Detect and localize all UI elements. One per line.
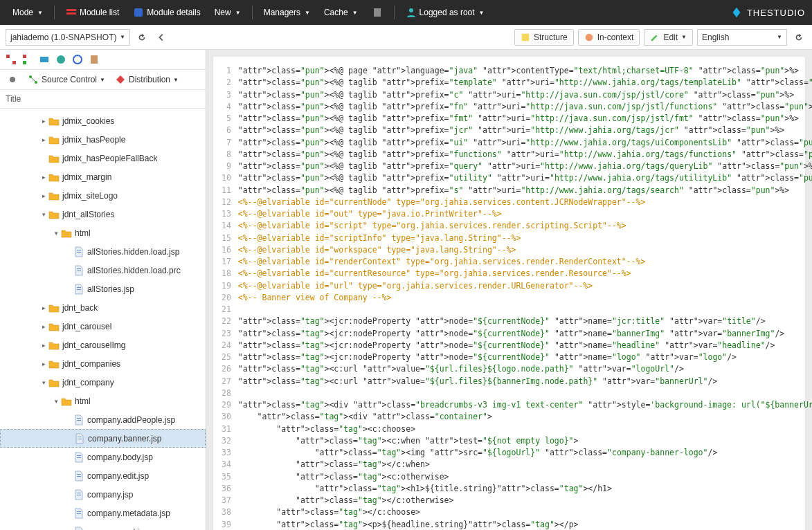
tree-file[interactable]: company.banner.jsp <box>0 429 206 448</box>
svg-rect-31 <box>77 476 81 477</box>
file-tree[interactable]: ▸jdmix_cookies▸jdmix_hasPeoplejdmix_hasP… <box>0 109 206 530</box>
svg-point-12 <box>57 55 65 64</box>
tree-folder[interactable]: ▸jdmix_hasPeople <box>0 130 206 149</box>
expand-icon[interactable]: ▸ <box>39 136 48 143</box>
topbar-icon-button[interactable] <box>366 4 388 21</box>
tree-folder[interactable]: ▾html <box>0 223 206 242</box>
expand-icon[interactable]: ▸ <box>39 360 48 367</box>
tree-folder[interactable]: jdmix_hasPeopleFallBack <box>0 149 206 167</box>
source-control-menu[interactable]: Source Control▼ <box>25 73 108 86</box>
collapse-button[interactable] <box>154 30 169 45</box>
svg-rect-35 <box>77 513 81 514</box>
tree-folder[interactable]: ▾html <box>0 392 206 410</box>
tree-folder[interactable]: ▸jdmix_cookies <box>0 111 206 130</box>
tree-folder[interactable]: ▸jdnt_back <box>0 298 206 317</box>
tree-file[interactable]: allStories.hidden.load.jsp <box>0 242 206 261</box>
expand-icon[interactable]: ▸ <box>39 342 48 349</box>
module-details-icon <box>133 7 144 18</box>
tree-folder[interactable]: ▸jdnt_companies <box>0 354 206 373</box>
file-icon <box>73 246 84 257</box>
tree-file[interactable]: allStories.jsp <box>0 280 206 298</box>
refresh-lang-button[interactable] <box>791 30 806 45</box>
incontext-button[interactable]: In-context <box>578 29 640 46</box>
logged-as-menu[interactable]: Logged as root▼ <box>400 4 490 21</box>
file-icon <box>74 433 85 444</box>
tree-file[interactable]: company.jsp <box>0 485 206 504</box>
expand-icon[interactable]: ▸ <box>39 174 48 181</box>
folder-icon <box>48 116 60 127</box>
tree-label: company.addPeople.jsp <box>87 415 175 425</box>
folder-icon <box>48 340 60 351</box>
cache-menu[interactable]: Cache▼ <box>318 5 363 20</box>
folder-icon <box>48 209 60 220</box>
tree-file[interactable]: company.metadata.jsp <box>0 504 206 522</box>
tree-label: jdnt_back <box>62 303 98 313</box>
tool-4[interactable] <box>54 53 68 66</box>
svg-rect-28 <box>77 455 81 456</box>
expand-icon[interactable]: ▾ <box>39 211 48 218</box>
tree-file[interactable]: company.owl.jsp <box>0 522 206 530</box>
language-combo[interactable]: English ▼ <box>697 29 787 46</box>
mode-menu[interactable]: Mode▼ <box>7 5 48 20</box>
incontext-icon <box>584 33 594 42</box>
expand-icon[interactable]: ▸ <box>39 118 48 125</box>
folder-icon <box>61 228 72 239</box>
file-icon <box>73 508 84 519</box>
managers-menu[interactable]: Managers▼ <box>258 5 316 20</box>
tree-folder[interactable]: ▾jdnt_company <box>0 373 206 392</box>
svg-rect-24 <box>77 418 81 419</box>
tool-6[interactable] <box>87 53 101 66</box>
tree2-icon <box>22 54 33 65</box>
structure-button[interactable]: Structure <box>514 29 574 46</box>
tree-file[interactable]: company.edit.jsp <box>0 466 206 485</box>
expand-icon[interactable]: ▾ <box>51 230 61 237</box>
collapse-icon <box>156 33 166 42</box>
distribution-menu[interactable]: Distribution▼ <box>112 73 181 86</box>
file-icon <box>73 452 84 463</box>
tree-file[interactable]: company.body.jsp <box>0 448 206 466</box>
module-list-button[interactable]: Module list <box>60 4 125 21</box>
expand-icon[interactable]: ▸ <box>39 192 48 199</box>
svg-rect-18 <box>77 250 81 250</box>
tree-folder[interactable]: ▸jdmix_margin <box>0 167 206 186</box>
refresh-icon <box>794 33 804 42</box>
tree-folder[interactable]: ▾jdnt_allStories <box>0 205 206 223</box>
tree-label: company.body.jsp <box>87 453 153 462</box>
tree-folder[interactable]: ▸jdnt_carouselImg <box>0 336 206 354</box>
folder-icon <box>48 134 60 145</box>
logo-icon <box>730 6 743 19</box>
tool-2[interactable] <box>21 53 35 66</box>
file-icon <box>73 527 84 531</box>
code-content[interactable]: "attr">class="pun"><%@ page "attr">langu… <box>238 65 812 530</box>
svg-rect-22 <box>77 287 81 288</box>
expand-icon[interactable]: ▾ <box>51 398 61 405</box>
tree-file[interactable]: allStories.hidden.load.prc <box>0 261 206 280</box>
svg-rect-3 <box>374 8 381 17</box>
tool-3[interactable] <box>37 53 51 66</box>
module-details-button[interactable]: Module details <box>127 4 206 21</box>
new-menu[interactable]: New▼ <box>209 5 246 20</box>
project-combo[interactable]: jahiademo (1.0-SNAPSHOT) ▼ <box>6 29 130 46</box>
folder-icon <box>48 321 60 332</box>
settings-button[interactable] <box>4 73 21 86</box>
tool-1[interactable] <box>4 53 18 66</box>
tree-label: jdnt_companies <box>62 359 120 369</box>
refresh-button[interactable] <box>134 30 150 45</box>
expand-icon[interactable]: ▸ <box>39 323 48 330</box>
tree-folder[interactable]: ▸jdmix_siteLogo <box>0 186 206 205</box>
code-editor[interactable]: 1 2 3 4 5 6 7 8 9 10 11 12 13 14 15 16 1… <box>222 65 797 530</box>
tree-label: company.jsp <box>87 490 133 500</box>
svg-rect-33 <box>77 495 81 495</box>
edit-button[interactable]: Edit▼ <box>644 29 693 46</box>
folder-icon <box>48 190 60 201</box>
folder-icon <box>48 153 60 164</box>
tool-5[interactable] <box>71 53 84 66</box>
tree-file[interactable]: company.addPeople.jsp <box>0 410 206 429</box>
svg-rect-26 <box>78 437 82 437</box>
expand-icon[interactable]: ▾ <box>39 379 48 386</box>
expand-icon[interactable]: ▸ <box>39 304 48 311</box>
svg-rect-0 <box>66 9 76 11</box>
tree-folder[interactable]: ▸jdnt_carousel <box>0 317 206 336</box>
svg-rect-32 <box>77 493 81 493</box>
svg-point-15 <box>10 77 15 82</box>
